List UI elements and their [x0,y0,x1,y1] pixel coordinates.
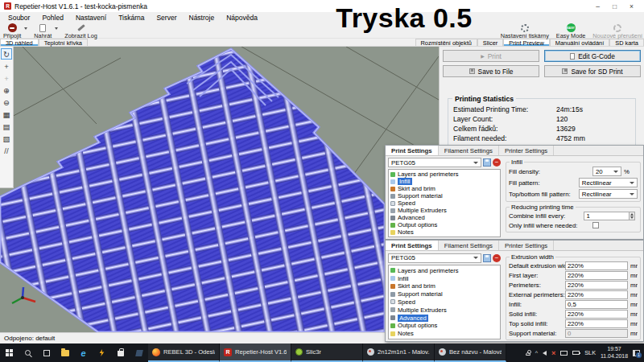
zoom-out-icon[interactable]: ⊖ [1,97,12,108]
tab-sd-card[interactable]: SD karta [609,39,644,46]
top-bottom-pattern-select[interactable]: Rectilinear [579,189,638,199]
load-dropdown-icon[interactable] [55,27,58,30]
tab-printer-settings[interactable]: Printer Settings [499,146,554,155]
taskbar-firefox[interactable]: REBEL 3D - Odeslat... [148,343,220,362]
tab-object-placement[interactable]: Rozmístění objektů [415,39,477,46]
tab-filament-settings[interactable]: Filament Settings [439,241,499,250]
fill-pattern-select[interactable]: Rectilinear [579,178,638,187]
category-support[interactable]: Support material [390,290,498,298]
media-app-button[interactable] [93,343,111,362]
connect-button[interactable]: Připojit [3,23,21,39]
printer-settings-button[interactable]: Nastavení tiskárny [501,23,549,39]
isometric-view-icon[interactable]: ▦ [1,109,12,120]
file-explorer-button[interactable] [56,343,74,362]
menu-napoveda[interactable]: Nápověda [226,14,258,22]
category-speed[interactable]: Speed [390,200,498,207]
solid-infill-input[interactable]: 220% [565,310,628,319]
save-preset-icon[interactable] [483,158,491,167]
fill-density-select[interactable]: 20 [592,167,621,176]
connect-dropdown-icon[interactable] [24,27,27,30]
edit-gcode-button[interactable]: Edit G-Code [544,50,641,62]
maximize-button[interactable]: □ [613,2,617,10]
3d-viewport[interactable]: ↻ + + ⊕ ⊖ ▦ ▤ ▧ // [0,47,439,332]
save-for-sd-button[interactable]: Save for SD Print [544,65,641,77]
antivirus-icon[interactable]: × [551,349,555,357]
taskbar-slic3r[interactable]: Slic3r [291,343,363,362]
perimeters-input[interactable]: 220% [565,281,628,290]
rotate-view-icon[interactable]: ↻ [1,48,12,60]
display-icon[interactable] [560,351,568,356]
menu-server[interactable]: Server [156,14,176,22]
category-output[interactable]: Output options [390,221,498,228]
close-button[interactable]: × [630,2,634,10]
pinned-app-button[interactable] [130,343,148,362]
menu-nastaveni[interactable]: Nastavení [76,14,106,22]
category-extruders[interactable]: Multiple Extruders [390,306,498,314]
store-button[interactable] [111,343,130,362]
top-solid-infill-input[interactable]: 220% [565,319,628,328]
menu-pohled[interactable]: Pohled [42,14,63,22]
delete-preset-icon[interactable]: − [493,254,501,262]
preset-select[interactable]: PETG05 [388,253,481,263]
people-icon[interactable] [526,352,530,356]
minimize-button[interactable]: – [596,2,600,10]
easy-mode-button[interactable]: EASY Easy Mode [556,23,586,39]
category-notes[interactable]: Notes [390,228,498,236]
menu-nastroje[interactable]: Nástroje [189,14,215,22]
top-view-icon[interactable]: ▧ [1,133,12,144]
category-skirt[interactable]: Skirt and brim [390,185,498,192]
front-view-icon[interactable]: ▤ [1,121,12,132]
category-extruders[interactable]: Multiple Extruders [390,207,498,214]
fit-view-icon[interactable]: // [1,145,12,156]
language-indicator[interactable]: SLK [584,349,596,356]
tab-3d-view[interactable]: 3D náhled [0,39,39,46]
save-preset-icon[interactable] [483,254,491,262]
tab-manual-control[interactable]: Manuální ovládání [550,39,609,46]
category-speed[interactable]: Speed [390,298,498,306]
start-button[interactable] [0,343,19,362]
category-output[interactable]: Output options [390,322,498,329]
preset-select[interactable]: PETG05 [388,158,481,167]
category-layers[interactable]: Layers and perimeters [390,267,498,274]
save-to-file-button[interactable]: Save to File [443,65,539,77]
category-notes[interactable]: Notes [390,330,498,337]
category-advanced[interactable]: Advanced [390,214,498,221]
notification-center-icon[interactable]: 1 [633,350,640,356]
delete-preset-icon[interactable]: − [493,158,501,167]
tab-print-settings[interactable]: Print Settings [386,146,439,155]
zoom-in-icon[interactable]: ⊕ [1,84,12,96]
show-log-button[interactable]: Zobrazit Log [64,23,97,39]
tab-printer-settings[interactable]: Printer Settings [499,241,554,250]
taskbar-paint-1[interactable]: 2n12m1n1 - Malov... [363,343,435,362]
combine-infill-input[interactable]: 1 [584,212,629,220]
first-layer-input[interactable]: 220% [565,271,628,280]
category-skirt[interactable]: Skirt and brim [390,282,498,290]
taskbar-paint-2[interactable]: Bez názvu - Malová... [435,343,506,362]
hidden-icons-chevron[interactable]: ^ [535,350,538,356]
tab-print-preview[interactable]: Print Preview [503,39,550,46]
external-perimeters-input[interactable]: 220% [565,290,628,299]
task-view-button[interactable] [37,343,56,362]
category-infill[interactable]: Infill [390,275,498,282]
taskbar-repetier[interactable]: R Repetier-Host V1.6... [220,343,291,362]
search-button[interactable] [19,343,37,362]
volume-icon[interactable] [543,351,547,356]
category-layers[interactable]: Layers and perimeters [390,171,498,178]
category-infill[interactable]: Infill [390,178,498,185]
move-object-icon[interactable]: + [1,72,12,84]
category-support[interactable]: Support material [390,192,498,200]
edge-button[interactable]: e [74,343,93,362]
menu-tiskarna[interactable]: Tiskárna [118,14,144,22]
only-infill-checkbox[interactable] [592,222,599,228]
load-button[interactable]: Nahrát [34,23,52,39]
clock[interactable]: 19:57 11.04.2018 [601,346,628,360]
menu-soubor[interactable]: Soubor [8,14,30,22]
tab-slicer[interactable]: Slicer [477,39,503,46]
battery-icon[interactable] [572,351,580,355]
category-advanced[interactable]: Advanced [390,315,498,322]
infill-width-input[interactable]: 0,5 [565,300,628,309]
tab-filament-settings[interactable]: Filament Settings [439,146,499,155]
tab-print-settings[interactable]: Print Settings [386,241,439,250]
move-view-icon[interactable]: + [1,60,12,72]
spinner-control[interactable] [630,212,635,220]
